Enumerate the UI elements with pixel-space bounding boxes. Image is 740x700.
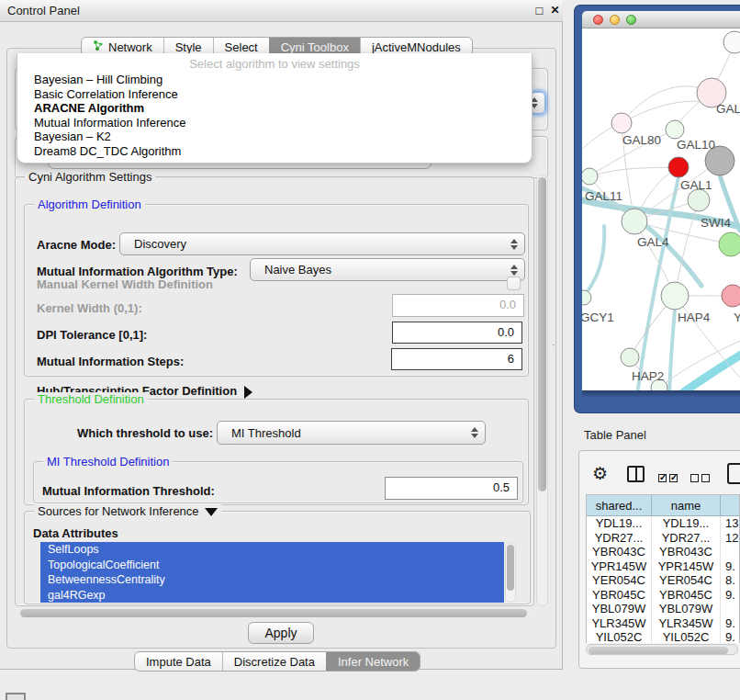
node-swi4-green[interactable] <box>719 232 740 256</box>
table-cell[interactable]: YER054C <box>652 573 721 588</box>
which-threshold-combo[interactable]: MI Threshold <box>217 421 486 445</box>
algorithm-option[interactable]: Bayesian – K2 <box>17 130 532 144</box>
network-edge[interactable] <box>589 167 678 176</box>
table-cell[interactable]: YLR345W <box>587 616 652 631</box>
table-cell[interactable]: YDL19... <box>652 516 721 531</box>
gear-icon[interactable]: ⚙ <box>592 463 608 484</box>
table-cell[interactable]: 9. <box>721 630 740 643</box>
tab-impute-data[interactable]: Impute Data <box>135 652 222 671</box>
table-cell[interactable]: 9. <box>721 588 740 603</box>
select-all-icon[interactable] <box>658 469 680 486</box>
node-hap2[interactable] <box>621 348 639 367</box>
tab-discretize-data[interactable]: Discretize Data <box>222 652 326 671</box>
table-row[interactable]: YDR27...YDR27...12 <box>587 531 740 546</box>
attribute-item-selected[interactable]: BetweennessCentrality <box>40 572 504 588</box>
node-hap4[interactable] <box>661 282 689 310</box>
table-cell[interactable]: 9. <box>721 616 740 631</box>
table-cell[interactable]: YDR27... <box>652 531 721 546</box>
apply-button[interactable]: Apply <box>248 622 314 644</box>
node-top-partial[interactable] <box>723 31 740 53</box>
node-pink-right[interactable] <box>722 285 740 307</box>
manual-kernel-checkbox[interactable] <box>507 277 521 290</box>
table-cell[interactable]: YDL19... <box>587 516 652 531</box>
node-gcy1[interactable] <box>582 290 591 305</box>
column-header[interactable]: shared... <box>587 495 652 516</box>
table-cell[interactable]: YDR27... <box>587 531 652 546</box>
node-gal1[interactable] <box>688 189 710 211</box>
scrollbar-thumb[interactable] <box>507 545 514 591</box>
settings-horizontal-scrollbar[interactable] <box>18 608 531 618</box>
kernel-width-field[interactable]: 0.0 <box>392 294 524 317</box>
algorithm-option[interactable]: Dream8 DC_TDC Algorithm <box>17 144 532 159</box>
column-settings-icon[interactable] <box>627 466 645 482</box>
table-cell[interactable]: 8. <box>721 573 740 588</box>
column-header[interactable]: name <box>652 495 721 516</box>
settings-vertical-scrollbar[interactable] <box>536 175 548 606</box>
table-cell[interactable]: 13 <box>721 516 740 531</box>
table-row[interactable]: YBR043CYBR043C <box>587 545 740 559</box>
table-cell[interactable]: YIL052C <box>587 630 652 643</box>
close-traffic-light-icon[interactable] <box>593 15 603 25</box>
tab-infer-network[interactable]: Infer Network <box>326 652 420 671</box>
table-row[interactable]: YBR045CYBR045C9. <box>587 588 740 603</box>
table-row[interactable]: YPR145WYPR145W9. <box>587 559 740 574</box>
attributes-scrollbar[interactable] <box>505 542 516 603</box>
table-cell[interactable]: 9. <box>721 559 740 574</box>
network-window-titlebar[interactable] <box>582 11 740 28</box>
sources-group-title[interactable]: Sources for Network Inference <box>34 504 221 518</box>
table-cell[interactable]: 12 <box>721 531 740 546</box>
algorithm-option[interactable]: Basic Correlation Inference <box>17 87 532 102</box>
zoom-traffic-light-icon[interactable] <box>626 15 636 25</box>
node-gal80[interactable] <box>611 113 632 133</box>
column-header[interactable] <box>721 495 740 516</box>
table-cell[interactable]: YLR345W <box>652 616 721 631</box>
table-cell[interactable]: YBL079W <box>587 602 652 616</box>
minimize-traffic-light-icon[interactable] <box>610 15 620 25</box>
table-row[interactable]: YIL052CYIL052C9. <box>587 630 740 643</box>
node-attribute-table[interactable]: shared...nameYDL19...YDL19...13YDR27...Y… <box>586 494 740 643</box>
node-gal10[interactable] <box>666 120 684 139</box>
algorithm-option[interactable]: Bayesian – Hill Climbing <box>17 73 532 87</box>
scrollbar-thumb[interactable] <box>589 647 728 654</box>
node-gal4[interactable] <box>622 209 647 234</box>
algorithm-option[interactable]: ARACNE Algorithm <box>17 101 532 116</box>
table-row[interactable]: YLR345WYLR345W9. <box>587 616 740 631</box>
node-selected-red[interactable] <box>668 157 689 177</box>
table-cell[interactable]: YBR043C <box>587 545 652 559</box>
scrollbar-thumb[interactable] <box>538 177 546 491</box>
table-cell[interactable]: YPR145W <box>587 559 652 574</box>
mi-steps-field[interactable]: 6 <box>391 348 522 370</box>
table-cell[interactable]: YBR045C <box>652 588 721 603</box>
table-cell[interactable] <box>721 545 740 559</box>
table-cell[interactable] <box>721 602 740 616</box>
algorithm-option[interactable]: Mutual Information Inference <box>17 116 532 130</box>
close-window-icon[interactable]: ✕ <box>549 5 561 17</box>
dpi-tolerance-field[interactable]: 0.0 <box>392 322 522 344</box>
table-cell[interactable]: YIL052C <box>652 630 721 643</box>
panel-splitter-handle[interactable]: · <box>552 340 555 344</box>
table-row[interactable]: YER054CYER054C8. <box>587 573 740 588</box>
table-row[interactable]: YBL079WYBL079W <box>587 602 740 616</box>
table-cell[interactable]: YBR043C <box>652 545 721 559</box>
algorithm-combo-stepper[interactable] <box>531 92 545 114</box>
table-cell[interactable]: YER054C <box>587 573 652 588</box>
float-window-icon[interactable]: □ <box>533 5 545 17</box>
attribute-item-selected[interactable]: SelfLoops <box>40 542 504 558</box>
export-table-icon[interactable] <box>727 463 740 484</box>
table-cell[interactable]: YPR145W <box>652 559 721 574</box>
minimized-panel-stub[interactable] <box>6 693 26 700</box>
table-cell[interactable]: YBL079W <box>652 602 721 616</box>
attribute-item-selected[interactable]: TopologicalCoefficient <box>40 558 504 573</box>
network-canvas[interactable]: GALGAL80GAL10GAL1GAL11GAL4SWI4GCY1HAP4YH… <box>582 28 740 390</box>
table-row[interactable]: YDL19...YDL19...13 <box>587 516 740 531</box>
scrollbar-thumb[interactable] <box>20 609 527 617</box>
node-gal11[interactable] <box>582 168 598 185</box>
mi-threshold-field[interactable]: 0.5 <box>385 477 518 500</box>
table-horizontal-scrollbar[interactable] <box>586 644 738 655</box>
aracne-mode-combo[interactable]: Discovery <box>119 232 525 255</box>
data-attributes-list[interactable]: SelfLoopsTopologicalCoefficientBetweenne… <box>40 542 504 603</box>
table-cell[interactable]: YBR045C <box>587 588 652 603</box>
deselect-all-icon[interactable] <box>690 469 712 486</box>
attribute-item-selected[interactable]: gal4RGexp <box>40 588 504 604</box>
mi-type-combo[interactable]: Naive Bayes <box>250 258 525 281</box>
